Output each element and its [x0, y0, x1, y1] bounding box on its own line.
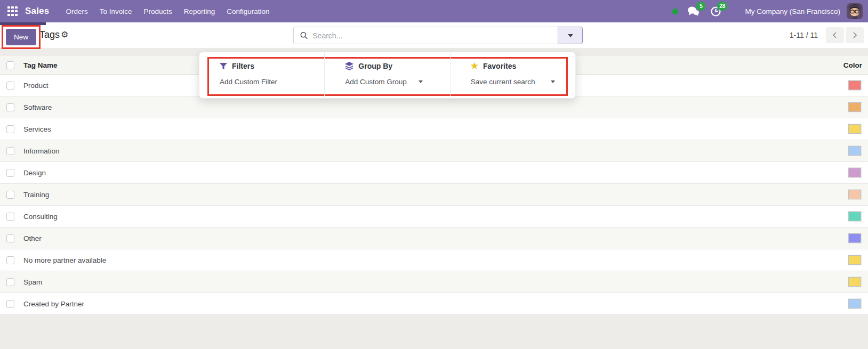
nav-menu-item[interactable]: Reporting — [178, 7, 221, 15]
row-checkbox[interactable] — [6, 234, 14, 242]
pager-prev-button[interactable] — [826, 27, 844, 43]
nav-menu-item[interactable]: To Invoice — [94, 7, 138, 15]
avatar-image — [847, 3, 863, 19]
filters-section: Filters Add Custom Filter — [199, 52, 324, 98]
row-checkbox[interactable] — [6, 103, 14, 111]
column-header-color[interactable]: Color — [843, 61, 862, 69]
navbar-systray: 5 28 My Company (San Francisco) — [672, 3, 868, 19]
nav-menu-item[interactable]: Products — [138, 7, 178, 15]
tag-color-swatch[interactable] — [848, 212, 861, 221]
funnel-icon — [220, 63, 227, 70]
row-checkbox[interactable] — [6, 169, 14, 177]
table-row[interactable]: Consulting — [0, 206, 868, 228]
messages-button[interactable]: 5 — [687, 6, 700, 17]
table-row[interactable]: Training — [0, 184, 868, 206]
green-status-dot — [672, 9, 678, 14]
table-body: Product Software Services Information De… — [0, 75, 868, 315]
annotation-box-new: New — [2, 25, 41, 49]
table-row[interactable]: Services — [0, 118, 868, 140]
row-checkbox[interactable] — [6, 82, 14, 90]
chevron-right-icon — [851, 31, 858, 39]
pager: 1-11 / 11 — [790, 27, 864, 43]
table-row[interactable]: No more partner available — [0, 249, 868, 271]
row-checkbox[interactable] — [6, 256, 14, 264]
main-menu: Orders To Invoice Products Reporting Con… — [60, 7, 275, 15]
tag-name-cell: Services — [23, 125, 51, 133]
filters-header: Filters — [220, 62, 324, 70]
nav-menu-item[interactable]: Orders — [60, 7, 93, 15]
row-checkbox[interactable] — [6, 147, 14, 155]
messages-badge: 5 — [696, 2, 705, 11]
tag-name-cell: Information — [23, 147, 60, 155]
table-row[interactable]: Created by Partner — [0, 293, 868, 315]
user-avatar[interactable] — [847, 3, 863, 19]
add-custom-filter-item[interactable]: Add Custom Filter — [220, 78, 307, 86]
row-checkbox[interactable] — [6, 300, 14, 308]
tag-name-cell: Product — [23, 82, 49, 90]
table-row[interactable]: Other — [0, 228, 868, 249]
app-name[interactable]: Sales — [25, 6, 49, 17]
tag-color-swatch[interactable] — [848, 102, 861, 112]
top-navbar: Sales Orders To Invoice Products Reporti… — [0, 0, 868, 22]
pager-next-button[interactable] — [846, 27, 864, 43]
table-row[interactable]: Software — [0, 96, 868, 118]
row-checkbox[interactable] — [6, 278, 14, 286]
apps-grid-icon[interactable] — [7, 6, 18, 17]
search-field[interactable] — [293, 27, 558, 44]
tag-color-swatch[interactable] — [848, 124, 861, 134]
control-panel: New Tags ⚙ 1-11 / 11 — [0, 22, 868, 48]
pager-range: 1-11 / 11 — [790, 31, 818, 39]
apps-menu-open-indicator — [0, 22, 46, 25]
favorites-section: ★ Favorites Save current search — [450, 52, 575, 98]
layers-icon — [345, 62, 353, 70]
chevron-down-icon — [568, 34, 573, 37]
chevron-down-icon — [419, 80, 423, 83]
gear-icon[interactable]: ⚙ — [61, 29, 68, 39]
row-checkbox[interactable] — [6, 125, 14, 133]
chevron-down-icon — [551, 80, 555, 83]
tag-name-cell: Training — [23, 191, 49, 199]
table-row[interactable]: Design — [0, 162, 868, 184]
row-checkbox[interactable] — [6, 213, 14, 221]
tag-color-swatch[interactable] — [848, 233, 861, 243]
tag-color-swatch[interactable] — [848, 277, 861, 287]
company-switcher[interactable]: My Company (San Francisco) — [745, 7, 840, 15]
page-title: Tags — [39, 29, 60, 40]
row-checkbox[interactable] — [6, 191, 14, 199]
nav-menu-item[interactable]: Configuration — [221, 7, 275, 15]
tag-name-cell: Software — [23, 103, 52, 111]
add-custom-group-item[interactable]: Add Custom Group — [345, 78, 437, 86]
tag-name-cell: Design — [23, 169, 46, 177]
search-icon — [300, 31, 308, 39]
search-bar — [293, 27, 583, 44]
tag-color-swatch[interactable] — [848, 80, 861, 90]
star-icon: ★ — [471, 62, 478, 70]
search-dropdown-toggle[interactable] — [558, 27, 583, 44]
filters-label: Filters — [232, 62, 254, 70]
group-by-section: Group By Add Custom Group — [324, 52, 449, 98]
table-row[interactable]: Information — [0, 140, 868, 162]
activities-badge: 28 — [717, 2, 727, 11]
save-current-search-item[interactable]: Save current search — [471, 78, 565, 86]
select-all-checkbox[interactable] — [6, 61, 14, 69]
favorites-label: Favorites — [483, 62, 516, 70]
search-options-dropdown: Filters Add Custom Filter Group By Add C… — [199, 52, 576, 99]
tag-name-cell: No more partner available — [23, 256, 106, 264]
tag-name-cell: Consulting — [23, 213, 58, 221]
tag-name-cell: Other — [23, 234, 42, 242]
chevron-left-icon — [832, 31, 838, 39]
tag-color-swatch[interactable] — [848, 255, 861, 265]
tag-color-swatch[interactable] — [848, 168, 861, 177]
column-header-tag-name[interactable]: Tag Name — [23, 61, 58, 69]
new-button[interactable]: New — [6, 29, 36, 45]
group-by-header: Group By — [345, 62, 449, 70]
table-row[interactable]: Spam — [0, 271, 868, 293]
tag-name-cell: Created by Partner — [23, 300, 84, 308]
tag-color-swatch[interactable] — [848, 190, 861, 199]
search-input[interactable] — [312, 31, 551, 40]
favorites-header: ★ Favorites — [471, 62, 575, 70]
tag-color-swatch[interactable] — [848, 146, 861, 156]
tag-name-cell: Spam — [23, 278, 42, 286]
activities-button[interactable]: 28 — [710, 6, 721, 17]
tag-color-swatch[interactable] — [848, 299, 861, 309]
